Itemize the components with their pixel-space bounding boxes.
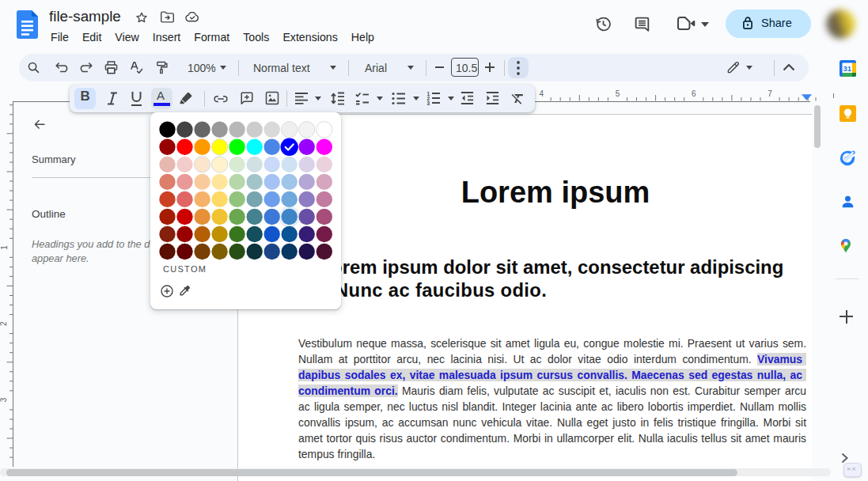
svg-text:7: 7: [768, 89, 772, 98]
svg-text:6: 6: [692, 89, 696, 98]
svg-text:31: 31: [843, 64, 852, 73]
svg-text:3: 3: [427, 100, 430, 106]
svg-text:5: 5: [616, 89, 620, 98]
svg-text:3: 3: [0, 397, 9, 402]
svg-text:2: 2: [0, 321, 9, 326]
svg-text:1: 1: [0, 245, 9, 250]
svg-text:4: 4: [539, 89, 544, 98]
